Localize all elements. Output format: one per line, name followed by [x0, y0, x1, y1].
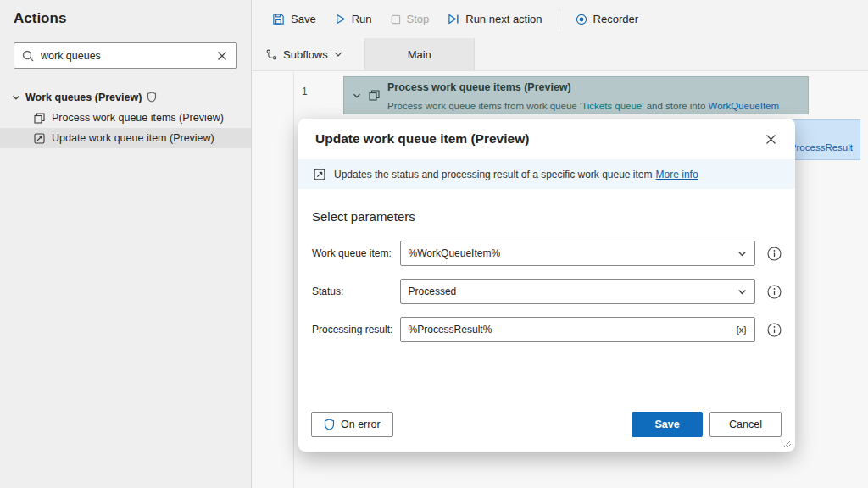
subflows-label: Subflows [283, 48, 328, 61]
status-dropdown[interactable]: Processed [400, 279, 755, 304]
actions-panel: Actions work queues Work queues (Preview… [0, 0, 252, 488]
update-item-icon [34, 133, 45, 144]
tree-item-label: Update work queue item (Preview) [52, 132, 214, 144]
update-work-queue-item-dialog: Update work queue item (Preview) Updates… [298, 119, 795, 452]
search-input[interactable]: work queues [14, 42, 237, 69]
info-icon[interactable] [767, 285, 782, 299]
run-label: Run [352, 13, 372, 25]
stop-label: Stop [407, 13, 430, 25]
variable-name: WorkQueueItem [709, 101, 780, 111]
queue-name-value: 'Tickets queue' [580, 101, 644, 111]
action-process-work-queue-items[interactable]: Process work queue items (Preview) Proce… [343, 76, 809, 114]
footer-actions: Save Cancel [632, 412, 782, 437]
toolbar: Save Run Stop Run next action Recorder [253, 0, 868, 38]
work-queue-item-combobox[interactable]: %WorkQueueItem% [400, 241, 755, 266]
info-icon[interactable] [767, 323, 782, 337]
recorder-button[interactable]: Recorder [566, 6, 648, 33]
tree-group-work-queues[interactable]: Work queues (Preview) [0, 86, 251, 108]
close-icon[interactable] [762, 130, 780, 148]
field-value: %ProcessResult% [409, 324, 492, 336]
row-number: 1 [302, 86, 308, 97]
tree-item-label: Process work queue items (Preview) [52, 112, 224, 124]
toolbar-divider [559, 9, 559, 30]
section-title: Select parameters [312, 209, 782, 224]
run-button[interactable]: Run [326, 6, 381, 33]
chevron-down-icon [12, 93, 20, 102]
chevron-down-icon[interactable] [353, 92, 361, 100]
copy-icon [369, 90, 380, 101]
param-row-status: Status: Processed [312, 279, 782, 304]
chevron-down-icon [334, 50, 342, 58]
panel-title: Actions [14, 10, 66, 27]
tree-item-update-work-queue-item[interactable]: Update work queue item (Preview) [0, 128, 251, 148]
on-error-label: On error [341, 419, 381, 430]
cancel-button[interactable]: Cancel [709, 412, 782, 437]
param-row-processing-result: Processing result: %ProcessResult% {x} [312, 317, 782, 342]
stop-icon [391, 14, 401, 25]
save-icon [272, 13, 285, 25]
actions-tree: Work queues (Preview) Process work queue… [0, 86, 251, 148]
more-info-link[interactable]: More info [656, 169, 698, 180]
preview-shield-icon [147, 92, 157, 103]
action-text: Process work queue items (Preview) Proce… [387, 77, 779, 114]
tab-main[interactable]: Main [364, 38, 475, 70]
tree-item-process-work-queue-items[interactable]: Process work queue items (Preview) [0, 108, 251, 128]
dialog-footer: On error Save Cancel [311, 412, 782, 437]
dialog-info-text: Updates the status and processing result… [334, 169, 698, 180]
on-error-button[interactable]: On error [311, 412, 393, 437]
run-next-action-button[interactable]: Run next action [438, 6, 551, 33]
tree-group-label: Work queues (Preview) [25, 92, 142, 103]
resize-grip[interactable] [783, 440, 792, 448]
info-icon[interactable] [767, 247, 782, 261]
variable-name: ProcessResult [790, 142, 853, 152]
field-label: Processing result: [312, 324, 400, 336]
search-icon [22, 50, 34, 62]
run-icon [335, 14, 346, 25]
dialog-info-banner: Updates the status and processing result… [298, 159, 795, 189]
copy-icon [34, 113, 45, 124]
dialog-body: Select parameters Work queue item: %Work… [298, 209, 795, 342]
dialog-title: Update work queue item (Preview) [315, 131, 529, 147]
processing-result-input[interactable]: %ProcessResult% {x} [400, 317, 755, 342]
field-value: %WorkQueueItem% [409, 247, 501, 259]
search-value: work queues [41, 50, 209, 62]
gutter-divider [293, 72, 294, 488]
stop-button: Stop [381, 6, 439, 33]
tab-main-label: Main [408, 48, 431, 61]
update-item-icon [314, 169, 326, 180]
param-row-work-queue-item: Work queue item: %WorkQueueItem% [312, 241, 782, 266]
recorder-label: Recorder [593, 13, 638, 25]
run-next-label: Run next action [465, 13, 542, 25]
save-label: Save [291, 13, 316, 25]
save-button[interactable]: Save [263, 6, 326, 33]
action-title: Process work queue items (Preview) [387, 81, 571, 93]
subflows-icon [266, 49, 277, 60]
run-next-icon [448, 14, 459, 25]
recorder-icon [576, 14, 587, 25]
field-value: Processed [409, 286, 457, 297]
save-button[interactable]: Save [632, 412, 703, 437]
subflows-dropdown[interactable]: Subflows [253, 38, 356, 70]
clear-search-icon[interactable] [215, 49, 229, 63]
action-description: Process work queue items from work queue… [387, 101, 779, 111]
chevron-down-icon[interactable] [737, 287, 747, 297]
tabs-bar: Subflows Main [253, 38, 868, 71]
field-label: Status: [312, 286, 400, 297]
shield-icon [324, 419, 335, 430]
chevron-down-icon[interactable] [737, 249, 747, 258]
dialog-header: Update work queue item (Preview) [298, 119, 795, 159]
field-label: Work queue item: [312, 247, 400, 259]
fx-variable-picker[interactable]: {x} [736, 324, 747, 335]
